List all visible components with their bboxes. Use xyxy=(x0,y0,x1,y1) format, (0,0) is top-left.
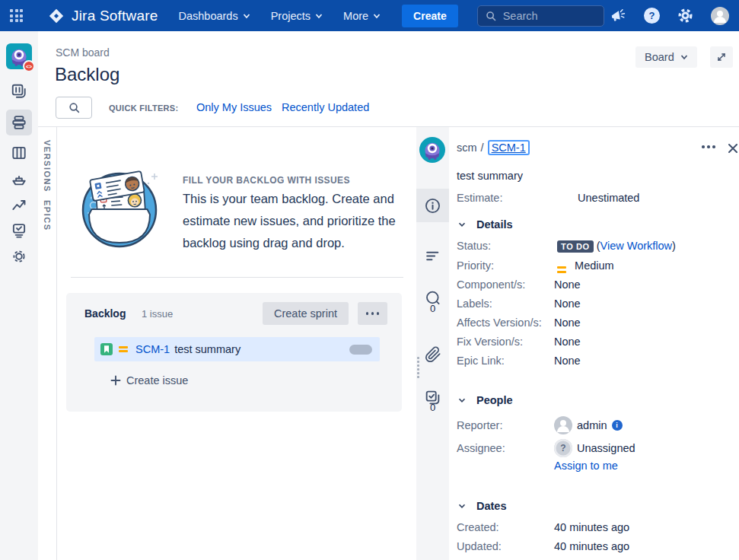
megaphone-icon[interactable] xyxy=(610,8,626,24)
chevron-down-icon xyxy=(457,501,467,511)
create-button[interactable]: Create xyxy=(402,5,458,27)
reporter-avatar xyxy=(554,416,572,434)
global-search[interactable] xyxy=(477,5,604,27)
search-input[interactable] xyxy=(503,10,587,22)
quick-filters-label: QUICK FILTERS: xyxy=(109,103,178,113)
detail-more-button[interactable] xyxy=(702,145,715,148)
expand-icon xyxy=(715,51,728,63)
chevron-down-icon xyxy=(457,219,467,230)
assignee-row: Assignee: ? Unassigned xyxy=(457,439,635,457)
issue-key-link[interactable]: SCM-1 xyxy=(135,343,170,355)
assign-to-me-link[interactable]: Assign to me xyxy=(554,460,618,472)
labels-row: Labels:None xyxy=(457,298,581,310)
reporter-name[interactable]: admin xyxy=(577,419,607,431)
app-switcher-icon[interactable] xyxy=(10,9,23,22)
issue-key-link[interactable]: SCM-1 xyxy=(488,140,530,155)
project-avatar[interactable]: <> xyxy=(6,43,32,69)
backlog-panel: Backlog 1 issue Create sprint SCM-1 test… xyxy=(66,293,402,412)
view-workflow-link[interactable]: View Workflow xyxy=(600,240,673,252)
priority-medium-icon xyxy=(119,346,128,353)
backlog-search-button[interactable] xyxy=(56,97,92,119)
project-sidebar: <> xyxy=(0,31,38,560)
unassigned-avatar: ? xyxy=(554,439,572,457)
close-panel-button[interactable] xyxy=(728,142,737,156)
details-section-header[interactable]: Details xyxy=(457,218,513,231)
issue-row[interactable]: SCM-1 test summary xyxy=(94,337,380,361)
story-type-icon xyxy=(100,343,113,355)
breadcrumb-separator: / xyxy=(481,142,484,154)
help-icon[interactable]: ? xyxy=(644,8,660,24)
reports-chart-icon xyxy=(11,196,27,213)
tab-description[interactable] xyxy=(416,239,449,272)
sidebar-item-releases[interactable] xyxy=(6,166,32,192)
menu-dashboards[interactable]: Dashboards xyxy=(178,10,250,22)
affects-version-row: Affects Version/s:None xyxy=(457,317,581,329)
gear-icon[interactable] xyxy=(677,8,693,24)
backlog-more-button[interactable] xyxy=(358,302,387,325)
issue-detail-panel: 0 0 scm / SCM-1 xyxy=(416,127,739,560)
menu-more[interactable]: More xyxy=(343,10,381,22)
reporter-info-icon[interactable]: i xyxy=(612,420,623,431)
jira-backlog-screen: Jira Software Dashboards Projects More C… xyxy=(0,0,739,560)
vertical-tabs: VERSIONS EPICS xyxy=(38,127,57,560)
status-badge: TO DO xyxy=(557,240,594,253)
people-section-header[interactable]: People xyxy=(457,394,513,406)
filter-recently-updated[interactable]: Recently Updated xyxy=(282,101,369,113)
empty-state-body: This is your team backlog. Create and es… xyxy=(183,188,413,254)
sidebar-item-reports[interactable] xyxy=(6,192,32,218)
software-project-badge: <> xyxy=(23,60,35,72)
paperclip-icon xyxy=(425,346,441,363)
breadcrumb[interactable]: SCM board xyxy=(56,46,110,59)
project-creature-icon xyxy=(419,137,445,163)
tab-attachments[interactable] xyxy=(416,338,449,371)
fullscreen-button[interactable] xyxy=(710,46,733,68)
menu-projects[interactable]: Projects xyxy=(271,10,323,22)
person-icon xyxy=(711,7,729,25)
boards-stack-icon xyxy=(11,83,27,100)
project-avatar-round[interactable] xyxy=(419,137,445,163)
filter-only-my-issues[interactable]: Only My Issues xyxy=(196,101,272,113)
panel-resize-handle[interactable] xyxy=(417,357,419,378)
chevron-down-icon xyxy=(457,395,467,406)
tab-versions[interactable]: VERSIONS xyxy=(43,140,52,192)
tab-details[interactable] xyxy=(416,189,449,222)
created-row: Created:40 minutes ago xyxy=(457,521,629,533)
estimate-row: Estimate: Unestimated xyxy=(457,192,639,204)
person-icon xyxy=(554,416,572,434)
divider xyxy=(71,277,403,278)
jira-logo[interactable]: Jira Software xyxy=(48,8,158,24)
sidebar-item-active-sprints[interactable] xyxy=(6,140,32,166)
assignee-name[interactable]: Unassigned xyxy=(577,442,635,454)
priority-row: Priority: Medium xyxy=(457,259,614,273)
sidebar-item-boards[interactable] xyxy=(6,78,32,104)
reporter-row: Reporter: admin i xyxy=(457,416,623,434)
detail-breadcrumb: scm / SCM-1 xyxy=(457,140,530,155)
issue-summary: test summary xyxy=(174,343,240,355)
topnav-right-icons: ? xyxy=(610,7,729,25)
estimate-pill xyxy=(349,345,372,355)
project-key[interactable]: scm xyxy=(457,142,477,154)
settings-gear-icon xyxy=(11,248,27,265)
comment-count: 0 xyxy=(416,303,449,314)
create-sprint-button[interactable]: Create sprint xyxy=(263,302,349,325)
epic-link-row: Epic Link:None xyxy=(457,355,581,367)
fix-version-row: Fix Version/s:None xyxy=(457,336,581,348)
chevron-down-icon xyxy=(315,12,323,20)
dates-section-header[interactable]: Dates xyxy=(457,500,507,512)
tab-epics[interactable]: EPICS xyxy=(43,200,52,231)
backlog-illustration xyxy=(76,166,167,250)
estimate-value[interactable]: Unestimated xyxy=(578,192,639,204)
issue-summary[interactable]: test summary xyxy=(457,170,523,182)
create-issue-button[interactable]: Create issue xyxy=(110,374,188,387)
top-navbar: Jira Software Dashboards Projects More C… xyxy=(0,0,739,31)
sidebar-item-addons[interactable] xyxy=(6,243,32,269)
plus-icon xyxy=(110,375,121,386)
sidebar-item-backlog[interactable] xyxy=(6,110,32,135)
chevron-down-icon xyxy=(243,12,250,20)
sidebar-item-issues[interactable] xyxy=(6,218,32,243)
ship-icon xyxy=(11,170,27,187)
backlog-issue-count: 1 issue xyxy=(142,308,173,320)
board-switcher-button[interactable]: Board xyxy=(635,46,697,68)
backlog-icon xyxy=(11,114,27,131)
user-avatar[interactable] xyxy=(711,7,729,25)
